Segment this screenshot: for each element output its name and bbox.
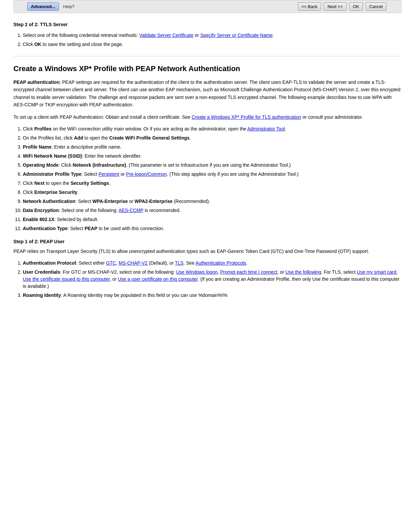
peap-intro: PEAP authentication: PEAP settings are r… [13,78,402,109]
peap-step9-bold2: WPA-Enterprise [92,199,128,204]
peap-step8-prefix: Click [23,190,34,195]
step1-peap-item-1: Authentication Protocol: Select either G… [23,260,402,267]
user-credentials-label: User Credentials [23,269,60,275]
use-user-cert-link[interactable]: Use a user certificate on this computer [118,276,198,282]
toolbar: Advanced... Help? << Back Next >> OK Can… [13,0,402,13]
peap-step2-bold2: Create WiFi Profile General Settings [109,135,190,141]
peap-step-7: Click Next to open the Security Settings… [23,180,402,187]
peap-step-11: Enable 802.1X: Selected by default. [23,216,402,223]
auth-protocol-before: : Select either [76,260,106,266]
step2-item-1: Select one of the following credential r… [23,32,402,39]
user-cred-or: , or [277,269,286,275]
next-button[interactable]: Next >> [324,2,347,11]
peap-step10-after: is recommended. [143,208,180,213]
create-xp-profile-link[interactable]: Create a Windows XP* Profile for TLS aut… [192,114,301,120]
step2-heading: Step 2 of 2: TTLS Server [13,22,402,27]
peap-step9-label: Network Authentication [23,199,75,204]
peap-step-10: Data Encryption: Select one of the follo… [23,207,402,214]
validate-server-cert-link[interactable]: Validate Server Certificate [139,33,194,38]
help-text: Help? [63,4,74,9]
aes-ccmp-link[interactable]: AES-CCMP [119,208,144,213]
peap-step-6: Administrator Profile Type: Select Persi… [23,171,402,178]
peap-step-3: Profile Name: Enter a descriptive profil… [23,144,402,151]
peap-step5-bold2: Network (Infrastructure) [73,162,126,168]
peap-step11-text: : Selected by default. [54,217,98,222]
peap-step-2: On the Profiles list, click Add to open … [23,135,402,142]
peap-step12-label: Authentication Type [23,226,68,231]
persistent-link[interactable]: Persistent [98,171,119,177]
roaming-identity-label: Roaming Identity [23,292,61,298]
step1-peap-item-2: User Credentials: For GTC or MS-CHAP-V2,… [23,269,402,290]
peap-setup-text: To set up a client with PEAP Authenticat… [13,113,402,121]
peap-step12-after: to be used with this connection. [97,226,164,231]
peap-step11-label: Enable 802.1X [23,217,54,222]
step1-peap-item-3: Roaming Identity: A Roaming Identity may… [23,292,402,299]
peap-setup-after: or consult your administrator. [301,114,363,120]
peap-intro-text: : PEAP settings are required for the aut… [13,79,401,107]
peap-step8-label: Enterprise Security [34,190,77,195]
step1-peap-heading: Step 1 of 2: PEAP User [13,239,402,244]
mschapv2-link[interactable]: MS-CHAP-V2 [119,260,148,266]
step2-item-2: Click OK to save the setting and close t… [23,41,402,48]
peap-step-5: Operating Mode: Click Network (Infrastru… [23,162,402,169]
peap-step1-prefix: Click [23,126,34,131]
peap-step1-bold: Profiles [34,126,51,131]
step2-item1-text-before: Select one of the following credential r… [23,33,139,38]
user-cred-comma2: , [396,269,398,275]
section-divider [13,56,402,56]
peap-step9-mid: or [128,199,135,204]
peap-step-9: Network Authentication: Select WPA-Enter… [23,198,402,205]
peap-step1-text: on the WiFi connection utility main wind… [52,126,248,131]
ok-button[interactable]: OK [349,2,363,11]
auth-comma1: , [116,260,119,266]
peap-step1-after: . [285,126,286,131]
peap-step2-prefix: On the Profiles list, click [23,135,74,141]
peap-step4-text: : Enter the network identifier. [82,153,141,159]
peap-section-heading: Create a Windows XP* Profile with PEAP N… [13,64,402,73]
peap-step-1: Click Profiles on the WiFi connection ut… [23,125,402,132]
peap-step7-text: to open the [45,180,71,186]
advanced-button[interactable]: Advanced... [27,2,59,11]
step2-item1-text-mid: or [194,33,200,38]
auth-protocols-link[interactable]: Authentication Protocols [196,260,246,266]
auth-after: . [246,260,248,266]
use-cert-computer-link[interactable]: Use the certificate issued to this compu… [23,276,110,282]
user-cred-mid: . For TLS, select [321,269,357,275]
step2-item2-bold: OK [34,42,41,47]
prompt-each-time-link[interactable]: Prompt each time I connect [220,269,277,275]
peap-step12-bold2: PEAP [85,226,97,231]
back-button[interactable]: << Back [298,2,321,11]
peap-step7-bold2: Security Settings [70,180,109,186]
use-following-link[interactable]: Use the following [286,269,321,275]
peap-step9-bold3: WPA2-Enterprise [135,199,172,204]
peap-step9-text: : Select [75,199,93,204]
specify-server-link[interactable]: Specify Server or Certificate Name [200,33,273,38]
peap-setup-before: To set up a client with PEAP Authenticat… [13,114,192,120]
peap-step2-after: . [190,135,191,141]
peap-step-8: Click Enterprise Security. [23,189,402,196]
auth-see: . See [184,260,196,266]
gtc-link[interactable]: GTC [106,260,116,266]
step2-list: Select one of the following credential r… [23,32,402,48]
peap-step6-mid: or [119,171,126,177]
peap-step10-text: : Select one of the following: [59,208,118,213]
cancel-button[interactable]: Cancel [366,2,386,11]
admin-tool-link[interactable]: Administrator Tool [247,126,285,131]
peap-step4-label: WiFi Network Name (SSID) [23,153,82,159]
peap-intro-bold: PEAP authentication [13,79,59,85]
peap-step7-prefix: Click [23,180,34,186]
use-smart-card-link[interactable]: Use my smart card [357,269,396,275]
page-content: Step 2 of 2: TTLS Server Select one of t… [0,18,415,316]
step2-item1-text-after: . [272,33,274,38]
use-windows-logon-link[interactable]: Use Windows logon [176,269,218,275]
peap-step-4: WiFi Network Name (SSID): Enter the netw… [23,153,402,160]
step2-item2-text-after: to save the setting and close the page. [41,42,123,47]
auth-protocol-label: Authentication Protocol [23,260,76,266]
peap-step8-text: . [77,190,79,195]
prelogon-link[interactable]: Pre-logon/Common [126,171,167,177]
step2-item2-text-before: Click [23,42,34,47]
user-cred-before: : For GTC or MS-CHAP-V2, select one of t… [60,269,176,275]
nav-buttons: << Back Next >> OK Cancel [298,2,388,11]
tls-link[interactable]: TLS [175,260,184,266]
peap-step7-label: Next [34,180,44,186]
